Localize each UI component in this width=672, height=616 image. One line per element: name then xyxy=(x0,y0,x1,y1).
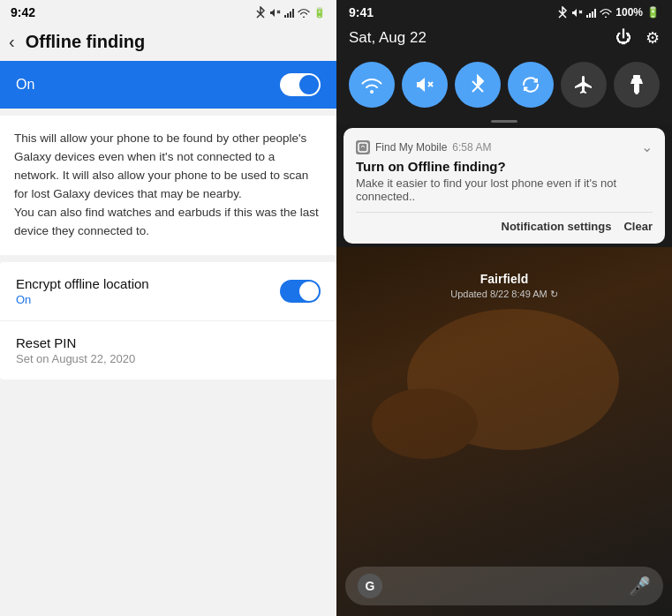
qs-sound-icon xyxy=(415,75,434,94)
right-status-icons: 100% 🔋 xyxy=(557,6,660,19)
svg-rect-7 xyxy=(633,75,640,79)
map-background: Fairfield Updated 8/22 8:49 AM ↻ G 🎤 xyxy=(336,247,672,616)
encrypt-status: On xyxy=(16,293,149,306)
notif-app-name: Find My Mobile xyxy=(375,141,447,154)
wifi-icon xyxy=(298,8,310,18)
battery-icon: 🔋 xyxy=(313,7,326,19)
encrypt-toggle[interactable] xyxy=(280,280,321,303)
bluetooth-icon xyxy=(255,6,266,19)
notification-clear-button[interactable]: Clear xyxy=(623,220,653,233)
power-icon[interactable]: ⏻ xyxy=(615,28,631,48)
qs-bluetooth-icon xyxy=(470,74,486,95)
reset-pin-item[interactable]: Reset PIN Set on August 22, 2020 xyxy=(0,321,336,379)
notif-app-icon xyxy=(356,140,370,154)
notif-actions: Notification settings Clear xyxy=(356,212,653,233)
settings-card: Encrypt offline location On Reset PIN Se… xyxy=(0,262,336,379)
header-bar: ‹ Offline finding xyxy=(0,25,336,61)
qs-wifi-icon xyxy=(360,76,383,94)
quick-settings-row xyxy=(336,56,672,116)
signal-icon xyxy=(284,7,294,18)
encrypt-text-group: Encrypt offline location On xyxy=(16,276,149,306)
settings-icon[interactable]: ⚙ xyxy=(646,28,660,48)
mic-icon[interactable]: 🎤 xyxy=(629,575,651,597)
svg-point-12 xyxy=(372,388,478,459)
qs-sync-button[interactable] xyxy=(508,62,554,108)
left-panel: 9:42 xyxy=(0,0,336,616)
left-status-icons: 🔋 xyxy=(255,6,326,19)
toggle-label: On xyxy=(16,77,34,93)
notif-app-row: Find My Mobile 6:58 AM xyxy=(356,140,491,154)
main-toggle-switch[interactable] xyxy=(280,73,321,96)
status-bar-right: 9:41 100% 🔋 xyxy=(336,0,672,25)
mute-icon xyxy=(269,7,281,19)
qs-flashlight-button[interactable] xyxy=(614,62,660,108)
notification-settings-button[interactable]: Notification settings xyxy=(502,220,612,233)
qs-airplane-button[interactable] xyxy=(561,62,607,108)
notif-body: Make it easier to find your lost phone e… xyxy=(356,177,653,203)
map-area: Fairfield Updated 8/22 8:49 AM ↻ G 🎤 xyxy=(336,247,672,616)
notif-title: Turn on Offline finding? xyxy=(356,159,653,174)
scroll-indicator xyxy=(336,116,672,124)
main-toggle-row[interactable]: On xyxy=(0,61,336,109)
notif-header: Find My Mobile 6:58 AM ⌄ xyxy=(356,139,653,155)
map-overlay xyxy=(336,247,672,616)
mute-icon-right xyxy=(571,7,583,19)
encrypt-setting-item[interactable]: Encrypt offline location On xyxy=(0,262,336,321)
date-row: Sat, Aug 22 ⏻ ⚙ xyxy=(336,25,672,56)
encrypt-title: Encrypt offline location xyxy=(16,276,149,291)
qs-bluetooth-button[interactable] xyxy=(455,62,501,108)
svg-rect-10 xyxy=(359,143,367,152)
svg-point-9 xyxy=(635,91,638,94)
google-logo: G xyxy=(358,574,382,598)
wifi-icon-right xyxy=(600,8,612,18)
svg-point-4 xyxy=(370,90,374,94)
battery-icon-right: 🔋 xyxy=(646,6,660,19)
notification-card: Find My Mobile 6:58 AM ⌄ Turn on Offline… xyxy=(344,128,665,244)
notif-expand-icon[interactable]: ⌄ xyxy=(641,139,653,155)
scroll-bar xyxy=(491,120,517,123)
back-button[interactable]: ‹ xyxy=(9,32,15,52)
page-title: Offline finding xyxy=(26,32,146,52)
qs-flashlight-icon xyxy=(628,74,646,95)
date-actions: ⏻ ⚙ xyxy=(615,28,660,48)
qs-airplane-icon xyxy=(573,74,594,95)
qs-sync-icon xyxy=(520,74,541,95)
qs-wifi-button[interactable] xyxy=(349,62,395,108)
reset-title: Reset PIN xyxy=(16,335,135,350)
status-bar-left: 9:42 xyxy=(0,0,336,25)
google-search-bar[interactable]: G 🎤 xyxy=(345,567,663,605)
reset-subtitle: Set on August 22, 2020 xyxy=(16,352,135,365)
right-panel: 9:41 100% 🔋 xyxy=(336,0,672,616)
notif-time: 6:58 AM xyxy=(452,141,491,154)
description-block: This will allow your phone to be found b… xyxy=(0,116,336,255)
right-status-time: 9:41 xyxy=(349,5,374,19)
bluetooth-icon-right xyxy=(557,6,568,19)
left-status-time: 9:42 xyxy=(11,5,35,19)
description-text: This will allow your phone to be found b… xyxy=(14,131,319,237)
date-text: Sat, Aug 22 xyxy=(349,29,427,47)
qs-sound-button[interactable] xyxy=(402,62,448,108)
signal-icon-right xyxy=(586,7,596,18)
battery-percent: 100% xyxy=(615,6,643,19)
reset-text-group: Reset PIN Set on August 22, 2020 xyxy=(16,335,135,365)
